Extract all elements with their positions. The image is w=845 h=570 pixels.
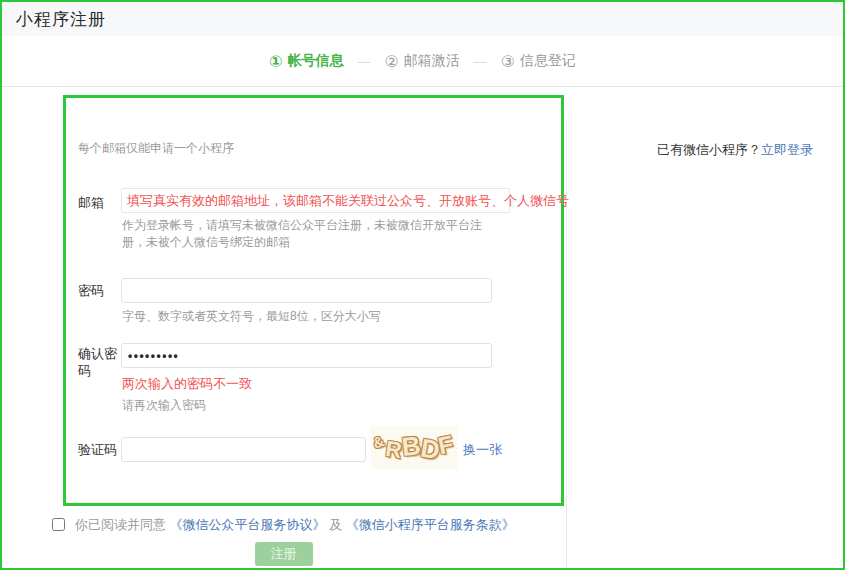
email-help-text: 作为登录帐号，请填写未被微信公众平台注册，未被微信开放平台注册，未被个人微信号绑… bbox=[122, 217, 504, 251]
agreement-middle: 及 bbox=[329, 517, 346, 532]
confirm-password-error-text: 两次输入的密码不一致 bbox=[122, 375, 252, 393]
captcha-input[interactable] bbox=[121, 437, 366, 462]
confirm-password-label: 确认密码 bbox=[78, 345, 124, 379]
submit-area: 注册 bbox=[2, 542, 565, 566]
step-indicator: ① 帐号信息 — ② 邮箱激活 — ③ 信息登记 bbox=[2, 36, 843, 87]
step-3-label: 信息登记 bbox=[520, 52, 576, 70]
step-1-number-icon: ① bbox=[269, 52, 283, 71]
agreement-checkbox[interactable] bbox=[52, 518, 65, 531]
step-1-label: 帐号信息 bbox=[287, 52, 343, 70]
email-label: 邮箱 bbox=[78, 194, 124, 211]
miniprogram-register-page: 小程序注册 ① 帐号信息 — ② 邮箱激活 — ③ 信息登记 每个邮箱仅能申请一… bbox=[0, 0, 845, 570]
captcha-glyph: F bbox=[436, 431, 455, 458]
agreement-prefix: 你已阅读并同意 bbox=[75, 517, 166, 532]
existing-account-note: 已有微信小程序？立即登录 bbox=[657, 141, 813, 159]
service-agreement-link[interactable]: 《微信公众平台服务协议》 bbox=[170, 517, 326, 532]
service-terms-link[interactable]: 《微信小程序平台服务条款》 bbox=[346, 517, 515, 532]
main-content: 每个邮箱仅能申请一个小程序 邮箱 填写真实有效的邮箱地址，该邮箱不能关联过公众号… bbox=[2, 87, 843, 568]
login-now-link[interactable]: 立即登录 bbox=[761, 142, 813, 157]
captcha-glyph: & bbox=[371, 433, 386, 451]
register-button[interactable]: 注册 bbox=[255, 542, 313, 566]
agreement-row: 你已阅读并同意 《微信公众平台服务协议》 及 《微信小程序平台服务条款》 bbox=[2, 516, 565, 534]
step-account-info: ① 帐号信息 bbox=[269, 52, 344, 71]
page-header: 小程序注册 bbox=[2, 2, 843, 36]
step-email-activate: ② 邮箱激活 bbox=[384, 52, 459, 71]
email-error-text: 填写真实有效的邮箱地址，该邮箱不能关联过公众号、开放账号、个人微信号 bbox=[127, 192, 569, 210]
step-2-label: 邮箱激活 bbox=[404, 52, 460, 70]
form-intro-note: 每个邮箱仅能申请一个小程序 bbox=[78, 140, 234, 157]
confirm-password-help-text: 请再次输入密码 bbox=[122, 397, 206, 414]
step-2-number-icon: ② bbox=[384, 52, 398, 71]
captcha-glyph: R bbox=[384, 437, 403, 461]
step-separator: — bbox=[357, 54, 370, 69]
email-input[interactable]: 填写真实有效的邮箱地址，该邮箱不能关联过公众号、开放账号、个人微信号 bbox=[121, 188, 510, 213]
existing-account-text: 已有微信小程序？ bbox=[657, 142, 761, 157]
register-form-highlight-box: 每个邮箱仅能申请一个小程序 邮箱 填写真实有效的邮箱地址，该邮箱不能关联过公众号… bbox=[63, 95, 564, 506]
page-title: 小程序注册 bbox=[16, 8, 106, 31]
confirm-password-input[interactable]: ••••••••• bbox=[121, 343, 492, 368]
password-label: 密码 bbox=[78, 282, 124, 299]
captcha-image[interactable]: & R B D F bbox=[371, 426, 458, 469]
step-info-register: ③ 信息登记 bbox=[501, 52, 576, 71]
step-separator: — bbox=[474, 54, 487, 69]
password-input[interactable] bbox=[121, 278, 492, 303]
captcha-label: 验证码 bbox=[78, 441, 124, 458]
password-help-text: 字母、数字或者英文符号，最短8位，区分大小写 bbox=[122, 308, 381, 325]
step-3-number-icon: ③ bbox=[501, 52, 515, 71]
captcha-refresh-link[interactable]: 换一张 bbox=[463, 441, 502, 459]
confirm-password-value: ••••••••• bbox=[128, 349, 179, 363]
column-divider bbox=[566, 121, 567, 568]
